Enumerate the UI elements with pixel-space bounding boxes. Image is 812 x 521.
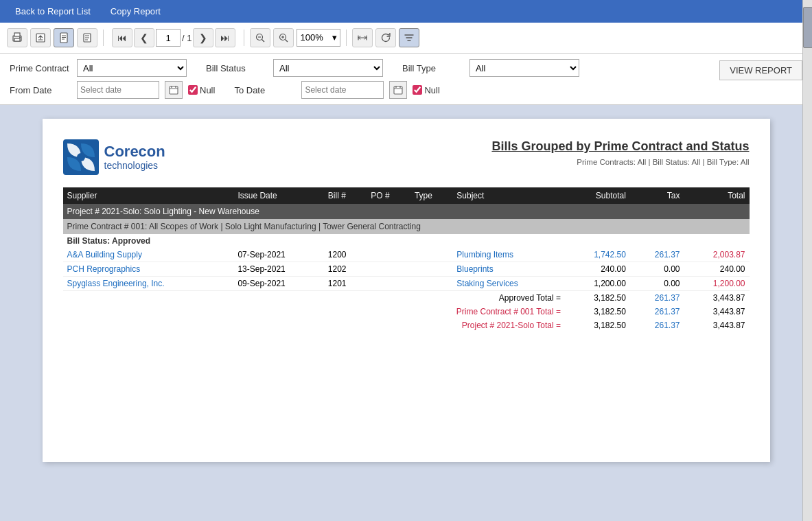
- from-date-input[interactable]: [77, 81, 159, 99]
- last-page-button[interactable]: ⏭: [215, 28, 235, 47]
- cell-tax: 0.00: [630, 277, 684, 291]
- approved-total-label: Approved Total =: [63, 291, 566, 305]
- scrollbar[interactable]: [802, 0, 812, 521]
- next-page-button[interactable]: ❯: [193, 28, 213, 47]
- fit-page-icon: [82, 32, 93, 43]
- report-title: Bills Grouped by Prime Contract and Stat…: [200, 139, 750, 154]
- project-total-label: Project # 2021-Solo Total =: [63, 319, 566, 332]
- export-icon: [35, 32, 46, 43]
- filter-button[interactable]: [399, 28, 419, 47]
- table-header-row: Supplier Issue Date Bill # PO # Type Sub…: [63, 187, 750, 204]
- scrollbar-thumb[interactable]: [803, 7, 812, 48]
- project-total-tax: 261.37: [630, 319, 684, 332]
- svg-line-16: [286, 40, 288, 43]
- calendar-icon: [169, 85, 178, 95]
- pc001-total-row: Prime Contract # 001 Total = 3,182.50 26…: [63, 305, 750, 319]
- bill-status-label: Bill Status: [206, 63, 268, 73]
- from-date-calendar-button[interactable]: [165, 81, 183, 99]
- cell-bill-num: 1202: [324, 262, 367, 277]
- zoom-in-icon: [279, 33, 288, 43]
- svg-rect-2: [14, 38, 20, 41]
- col-total: Total: [684, 187, 750, 204]
- project-total-subtotal: 3,182.50: [565, 319, 630, 332]
- bill-type-select[interactable]: All: [469, 59, 579, 77]
- cell-subject: Staking Services: [452, 277, 565, 291]
- calendar-icon-2: [393, 85, 403, 95]
- cell-supplier: A&A Building Supply: [63, 248, 234, 262]
- export-button[interactable]: [30, 28, 51, 47]
- refresh-button[interactable]: [375, 28, 396, 47]
- cell-type: [410, 262, 452, 277]
- corecon-logo-icon: [63, 139, 99, 175]
- cell-total: 1,200.00: [684, 277, 750, 291]
- page-view-icon: [58, 32, 69, 43]
- view-report-button[interactable]: VIEW REPORT: [719, 60, 802, 80]
- col-tax: Tax: [630, 187, 684, 204]
- bill-status-select[interactable]: All: [273, 59, 383, 77]
- to-date-null-label: Null: [413, 85, 439, 95]
- prime-contract-group-row: Prime Contract # 001: All Scopes of Work…: [63, 219, 750, 234]
- col-issue-date: Issue Date: [233, 187, 323, 204]
- col-subject: Subject: [452, 187, 565, 204]
- bill-status-label: Bill Status: Approved: [63, 234, 750, 248]
- pc001-total-subtotal: 3,182.50: [565, 305, 630, 319]
- report-area: Corecon technologies Bills Grouped by Pr…: [0, 105, 812, 521]
- pc001-total-total: 3,443.87: [684, 305, 750, 319]
- prime-contract-select[interactable]: All: [77, 59, 187, 77]
- filter-icon: [404, 32, 415, 43]
- table-row: PCH Reprographics 13-Sep-2021 1202 Bluep…: [63, 262, 750, 277]
- first-page-button[interactable]: ⏮: [112, 28, 132, 47]
- cell-po-num: [367, 262, 410, 277]
- to-date-null-text: Null: [424, 85, 439, 95]
- toolbar-sep-2: [244, 30, 244, 46]
- fit-width-button[interactable]: [352, 28, 373, 47]
- from-date-null-label: Null: [188, 85, 215, 95]
- approved-total-subtotal: 3,182.50: [565, 291, 630, 305]
- cell-type: [410, 277, 452, 291]
- project-total-row: Project # 2021-Solo Total = 3,182.50 261…: [63, 319, 750, 332]
- cell-bill-num: 1200: [324, 248, 367, 262]
- print-button[interactable]: [7, 28, 27, 47]
- cell-tax: 0.00: [630, 262, 684, 277]
- svg-rect-1: [14, 33, 20, 36]
- zoom-out-button[interactable]: [250, 28, 270, 47]
- to-date-calendar-button[interactable]: [389, 81, 407, 99]
- svg-line-12: [262, 40, 265, 43]
- filter-row-1: Prime Contract All Bill Status All Bill …: [10, 59, 712, 77]
- copy-report-link[interactable]: Copy Report: [102, 2, 169, 21]
- col-supplier: Supplier: [63, 187, 234, 204]
- table-row: Spyglass Engineering, Inc. 09-Sep-2021 1…: [63, 277, 750, 291]
- zoom-display[interactable]: 100% ▾: [297, 29, 340, 47]
- back-to-report-list-link[interactable]: Back to Report List: [7, 2, 99, 21]
- col-subtotal: Subtotal: [565, 187, 630, 204]
- cell-total: 2,003.87: [684, 248, 750, 262]
- refresh-icon: [380, 32, 391, 43]
- view-page-button[interactable]: [54, 28, 74, 47]
- fit-page-button[interactable]: [77, 28, 97, 47]
- page-total-label: / 1: [182, 33, 192, 43]
- to-date-input[interactable]: [301, 81, 384, 99]
- page-number-input[interactable]: 1: [156, 29, 181, 47]
- report-subtitle: Prime Contracts: All | Bill Status: All …: [200, 158, 750, 166]
- svg-point-26: [77, 153, 85, 161]
- zoom-value: 100%: [300, 29, 323, 47]
- logo-company-name: Corecon: [104, 143, 165, 160]
- cell-subtotal: 1,742.50: [565, 248, 630, 262]
- from-date-null-checkbox[interactable]: [188, 85, 198, 95]
- filter-right: VIEW REPORT: [719, 59, 802, 80]
- zoom-in-button[interactable]: [273, 28, 294, 47]
- pc001-total-label: Prime Contract # 001 Total =: [63, 305, 566, 319]
- nav-separator: [99, 4, 102, 19]
- project-group-row: Project # 2021-Solo: Solo Lighting - New…: [63, 204, 750, 219]
- cell-type: [410, 248, 452, 262]
- to-date-null-checkbox[interactable]: [413, 85, 422, 95]
- logo-box: Corecon technologies: [63, 139, 200, 175]
- filter-bar: Prime Contract All Bill Status All Bill …: [0, 54, 812, 105]
- prev-page-button[interactable]: ❮: [134, 28, 154, 47]
- report-title-area: Bills Grouped by Prime Contract and Stat…: [200, 139, 750, 166]
- cell-issue-date: 07-Sep-2021: [233, 248, 323, 262]
- filter-content: Prime Contract All Bill Status All Bill …: [10, 59, 802, 99]
- cell-supplier: PCH Reprographics: [63, 262, 234, 277]
- to-date-label: To Date: [234, 85, 296, 95]
- from-date-label: From Date: [10, 85, 71, 95]
